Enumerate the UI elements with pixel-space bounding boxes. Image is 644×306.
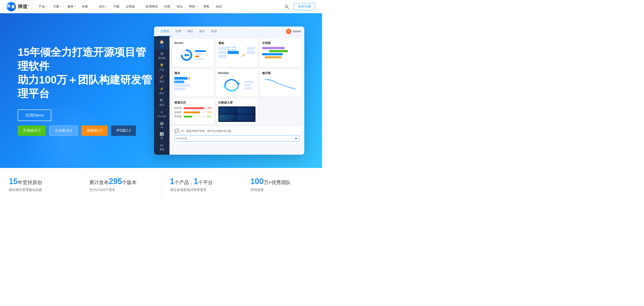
logo[interactable]: 禅道® <box>7 2 30 11</box>
gantt-bar <box>269 50 288 52</box>
hero-right: 仪表盘 日程 项目 执行 会议 A Admin 🏠 地盘 <box>154 27 304 155</box>
resource-name-2: 赵健民 <box>174 111 182 114</box>
scrum-bar-3 <box>195 56 199 57</box>
nav-product[interactable]: 产品 ▾ <box>36 0 50 13</box>
enterprise-button[interactable]: 企业版10.2 <box>49 125 78 136</box>
product-icon: 💡 <box>160 63 164 68</box>
scrum-visual <box>174 46 212 64</box>
resource-visual: 钱若霞 满载 赵健民 过载 <box>174 106 212 118</box>
nav-help[interactable]: 帮助 ▾ <box>186 0 200 13</box>
opensource-button[interactable]: 开源版20.3 <box>18 125 46 136</box>
nav-news[interactable]: 动态 <box>213 0 224 13</box>
app-content: Scrum <box>170 36 304 155</box>
sidebar-label-execute: 执行 <box>159 92 164 95</box>
waterfall-visual <box>174 77 212 90</box>
hero-left: 15年倾全力打造开源项目管理软件 助力100万＋团队构建研发管理平台 试用Dem… <box>18 45 154 136</box>
nav-qa[interactable]: 问答 <box>162 0 173 13</box>
sidebar-item-kanban[interactable]: 🗂 看板 <box>154 141 170 153</box>
resource-track-2 <box>184 112 206 113</box>
app-tab-project[interactable]: 项目 <box>184 27 196 36</box>
sidebar-item-product[interactable]: 💡 产品 <box>154 62 170 73</box>
logo-icon <box>7 2 16 11</box>
nav-price[interactable]: 价格 <box>79 0 90 13</box>
execute-icon: ⚡ <box>160 87 164 91</box>
devops-bars <box>244 81 253 89</box>
ai-input[interactable] <box>176 137 293 140</box>
devops-title: DevOps <box>218 71 256 75</box>
bi-grid <box>218 106 256 122</box>
module-burndown: 燃尽图 <box>260 69 302 96</box>
hero-title: 15年倾全力打造开源项目管理软件 助力100万＋团队构建研发管理平台 <box>18 45 154 101</box>
nav-blog[interactable]: 博客 <box>201 0 212 13</box>
search-icon[interactable] <box>283 3 290 10</box>
kanban-card-selected <box>228 47 236 50</box>
app-admin: A Admin <box>286 29 301 34</box>
project-icon: 🚀 <box>160 75 164 79</box>
nav-cloud[interactable]: 云禅道 <box>123 0 138 13</box>
bi-title: BI数据大屏 <box>218 101 256 105</box>
module-bi: BI数据大屏 <box>216 99 258 124</box>
stat-platform: 1个产品，1个平台 满足各场景项目管理需求 <box>161 168 242 201</box>
navbar: 禅道® 产品 ▾ 方案 ▾ 服务 ▾ 价格 演示 ▾ 下载 云禅道 应用商店 问… <box>0 0 322 13</box>
wf-row-2 <box>174 81 212 83</box>
ai-send-icon[interactable]: ➤ <box>294 136 298 141</box>
app-tab-schedule[interactable]: 日程 <box>172 27 184 36</box>
bi-cell <box>219 107 237 114</box>
stat-main-3: 1个产品，1个平台 <box>170 177 232 186</box>
sidebar-item-test[interactable]: 🔍 测试 <box>154 97 170 108</box>
app-tab-meeting[interactable]: 会议 <box>208 27 220 36</box>
nav-items: 产品 ▾ 方案 ▾ 服务 ▾ 价格 演示 ▾ 下载 云禅道 应用商店 问答 论坛… <box>36 0 283 13</box>
wf-dot <box>188 78 190 79</box>
sidebar-label-bi: BI <box>161 137 163 140</box>
stat-teams: 100万+优秀团队 共同选择 <box>242 168 322 201</box>
resource-row-2: 赵健民 过载 <box>174 111 212 114</box>
bi-cell <box>237 115 254 121</box>
login-button[interactable]: 登录/注册 <box>294 3 315 10</box>
hero-title-line2: 助力100万＋团队构建研发管理平台 <box>18 73 154 101</box>
bi-icon: 📊 <box>160 132 164 136</box>
sidebar-item-home[interactable]: 🏠 地盘 <box>154 38 170 50</box>
kanban-visual: ↗ <box>218 47 256 65</box>
sidebar-item-execute[interactable]: ⚡ 执行 <box>154 85 170 97</box>
app-tab-execute[interactable]: 执行 <box>196 27 208 36</box>
wf-row-4 <box>174 88 212 90</box>
version-buttons: 开源版20.3 企业版10.2 旗舰版5.2 IPD版2.2 <box>18 125 154 136</box>
scrum-title: Scrum <box>174 41 212 45</box>
flagship-button[interactable]: 旗舰版5.2 <box>81 125 108 136</box>
ipd-button[interactable]: IPD版2.2 <box>111 125 136 136</box>
resource-bar-1 <box>184 107 204 109</box>
stat-main-4: 100万+优秀团队 <box>250 177 313 186</box>
gantt-bar <box>265 56 282 58</box>
app-tab-dashboard[interactable]: 仪表盘 <box>158 27 172 36</box>
nav-download[interactable]: 下载 <box>110 0 122 13</box>
resource-row-1: 钱若霞 满载 <box>174 106 212 110</box>
demo-button[interactable]: 试用Demo <box>18 110 51 121</box>
nav-service[interactable]: 服务 ▾ <box>65 0 78 13</box>
gantt-bar <box>262 53 283 55</box>
svg-point-2 <box>285 5 288 8</box>
sidebar-item-bi[interactable]: 📊 BI <box>154 130 170 141</box>
nav-demo[interactable]: 演示 ▾ <box>96 0 110 13</box>
gantt-row-2 <box>262 50 300 52</box>
portfolio-icon: ⊞ <box>160 52 163 56</box>
sidebar-item-project[interactable]: 🚀 项目 <box>154 73 170 85</box>
nav-appstore[interactable]: 应用商店 <box>143 0 161 13</box>
home-icon: 🏠 <box>160 40 164 44</box>
module-devops: DevOps <box>216 69 258 96</box>
app-body: 🏠 地盘 ⊞ 项目集 💡 产品 🚀 项目 <box>154 36 304 155</box>
nav-forum[interactable]: 论坛 <box>174 0 186 13</box>
sidebar-label-portfolio: 项目集 <box>158 56 166 60</box>
svg-point-1 <box>12 6 14 7</box>
sidebar-item-portfolio[interactable]: ⊞ 项目集 <box>154 50 170 62</box>
wf-row-3 <box>174 84 212 87</box>
stat-sub-1: 固化项目管理最佳实践 <box>9 188 72 192</box>
devops-bar <box>244 84 251 86</box>
gantt-row-4 <box>262 56 300 58</box>
nav-solution[interactable]: 方案 ▾ <box>50 0 64 13</box>
ai-icon: 🤖 <box>160 121 164 125</box>
scrum-bar-2 <box>195 53 203 55</box>
sidebar-item-devops[interactable]: ∞ DevOps <box>154 108 170 119</box>
stats-bar: 15年坚持原创 固化项目管理最佳实践 累计发布295个版本 交付17029个需求… <box>0 168 322 201</box>
logo-text: 禅道® <box>18 3 30 10</box>
sidebar-item-ai[interactable]: 🤖 AI <box>154 119 170 130</box>
